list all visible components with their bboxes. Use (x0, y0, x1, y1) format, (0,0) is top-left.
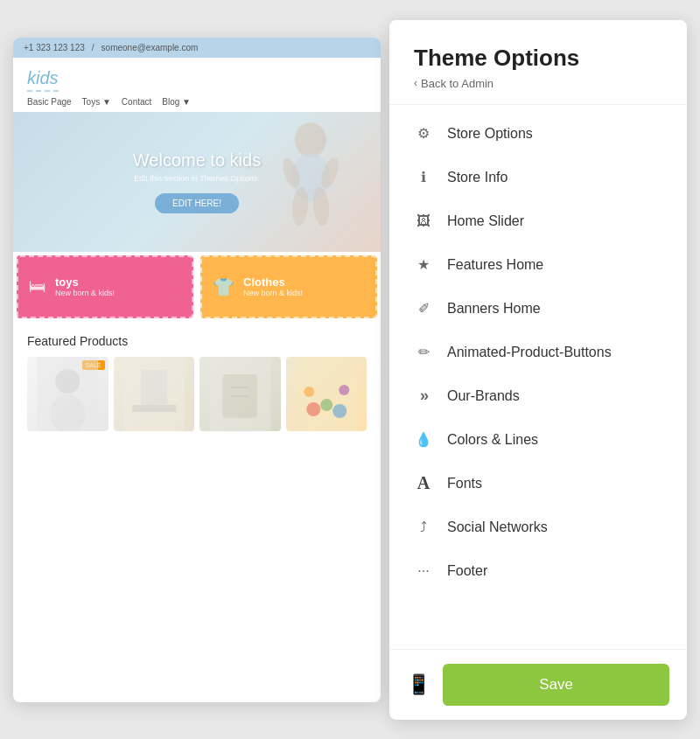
product-grid: SALE (27, 357, 367, 431)
back-chevron-icon: ‹ (414, 77, 417, 89)
info-icon: ℹ (414, 168, 433, 187)
svg-point-21 (339, 385, 349, 395)
baby-image (267, 121, 354, 243)
theme-options-panel: Theme Options ‹ Back to Admin ⚙Store Opt… (389, 20, 687, 720)
option-label-our-brands: Our-Brands (447, 388, 520, 404)
option-item-banners-home[interactable]: ✐Banners Home (389, 287, 687, 331)
menu-item-basicpage: Basic Page (27, 97, 72, 107)
share-icon: ⤴ (414, 518, 433, 537)
option-item-store-info[interactable]: ℹStore Info (389, 156, 687, 199)
options-header: Theme Options ‹ Back to Admin (389, 20, 687, 105)
main-container: +1 323 123 123 / someone@example.com kid… (13, 20, 687, 720)
option-item-home-slider[interactable]: 🖼Home Slider (389, 199, 687, 243)
save-button[interactable]: Save (443, 664, 669, 706)
mobile-preview-icon[interactable]: 📱 (407, 673, 430, 696)
options-title: Theme Options (414, 45, 662, 72)
back-to-admin-link[interactable]: ‹ Back to Admin (414, 77, 662, 90)
svg-rect-11 (132, 405, 176, 412)
option-label-social-networks: Social Networks (447, 519, 548, 535)
menu-item-toys: Toys ▼ (82, 97, 111, 107)
featured-title: Featured Products (27, 334, 367, 348)
preview-logo: kids (27, 68, 59, 92)
svg-point-8 (50, 394, 85, 431)
chevrons-icon: » (414, 387, 433, 406)
product-thumb-3 (200, 357, 281, 431)
option-item-social-networks[interactable]: ⤴Social Networks (389, 505, 687, 549)
preview-menu: Basic Page Toys ▼ Contact Blog ▼ (27, 97, 367, 107)
category-toys: 🛏 toys New born & kids! (17, 255, 193, 318)
option-item-features-home[interactable]: ★Features Home (389, 243, 687, 287)
cat2-name: Clothes (243, 275, 303, 289)
option-label-banners-home: Banners Home (447, 301, 541, 317)
svg-point-17 (306, 402, 320, 416)
svg-point-18 (320, 399, 332, 411)
wand-icon: ✏ (414, 343, 433, 362)
cat2-sub: New born & kids! (243, 289, 303, 297)
option-label-store-info: Store Info (447, 170, 508, 185)
option-label-footer: Footer (447, 563, 487, 579)
option-item-store-options[interactable]: ⚙Store Options (389, 112, 687, 156)
drop-icon: 💧 (414, 430, 433, 450)
svg-point-20 (304, 387, 314, 397)
product-thumb-4 (286, 357, 368, 431)
hero-sub: Edit this section in Themes Options. (134, 174, 259, 183)
preview-nav: kids Basic Page Toys ▼ Contact Blog ▼ (13, 58, 381, 112)
preview-categories: 🛏 toys New born & kids! 👕 Clothes New bo… (13, 252, 381, 322)
cat1-sub: New born & kids! (55, 289, 115, 297)
options-footer: 📱 Save (389, 649, 687, 720)
option-label-animated-product-buttons: Animated-Product-Buttons (447, 345, 612, 360)
option-item-footer[interactable]: ···Footer (389, 549, 687, 593)
dots-icon: ··· (414, 561, 433, 581)
option-label-colors-lines: Colors & Lines (447, 432, 538, 448)
preview-featured: Featured Products SALE (13, 322, 381, 443)
menu-item-blog: Blog ▼ (162, 97, 191, 107)
option-item-fonts[interactable]: AFonts (389, 462, 687, 505)
edit-here-button[interactable]: EDIT HERE! (155, 193, 239, 213)
option-label-features-home: Features Home (447, 257, 543, 273)
preview-phone: +1 323 123 123 (24, 43, 85, 52)
star-icon: ★ (414, 255, 433, 275)
image-icon: 🖼 (414, 212, 433, 231)
preview-hero: Welcome to kids Edit this section in The… (13, 112, 381, 252)
website-preview: +1 323 123 123 / someone@example.com kid… (13, 38, 381, 702)
back-link-label: Back to Admin (421, 77, 494, 90)
banner-icon: ✐ (414, 299, 433, 318)
menu-item-contact: Contact (122, 97, 151, 107)
preview-topbar: +1 323 123 123 / someone@example.com (13, 38, 381, 58)
product-thumb-2 (114, 357, 195, 431)
svg-point-0 (295, 122, 326, 157)
clothes-icon: 👕 (213, 276, 234, 297)
option-label-store-options: Store Options (447, 126, 533, 142)
options-list: ⚙Store OptionsℹStore Info🖼Home Slider★Fe… (389, 105, 687, 649)
hero-title: Welcome to kids (133, 150, 261, 171)
category-clothes: 👕 Clothes New born & kids! (200, 255, 377, 318)
preview-email: someone@example.com (102, 43, 199, 52)
option-item-animated-product-buttons[interactable]: ✏Animated-Product-Buttons (389, 331, 687, 374)
preview-separator: / (92, 43, 94, 52)
font-icon: A (414, 474, 433, 493)
gear-icon: ⚙ (414, 124, 433, 143)
toys-icon: 🛏 (29, 276, 46, 296)
product-thumb-1: SALE (27, 357, 108, 431)
option-item-colors-lines[interactable]: 💧Colors & Lines (389, 418, 687, 462)
svg-point-19 (332, 404, 346, 418)
option-label-fonts: Fonts (447, 476, 482, 492)
option-item-our-brands[interactable]: »Our-Brands (389, 374, 687, 418)
svg-point-7 (55, 369, 80, 394)
option-label-home-slider: Home Slider (447, 213, 524, 229)
svg-rect-10 (141, 370, 167, 405)
cat1-name: toys (55, 275, 115, 289)
